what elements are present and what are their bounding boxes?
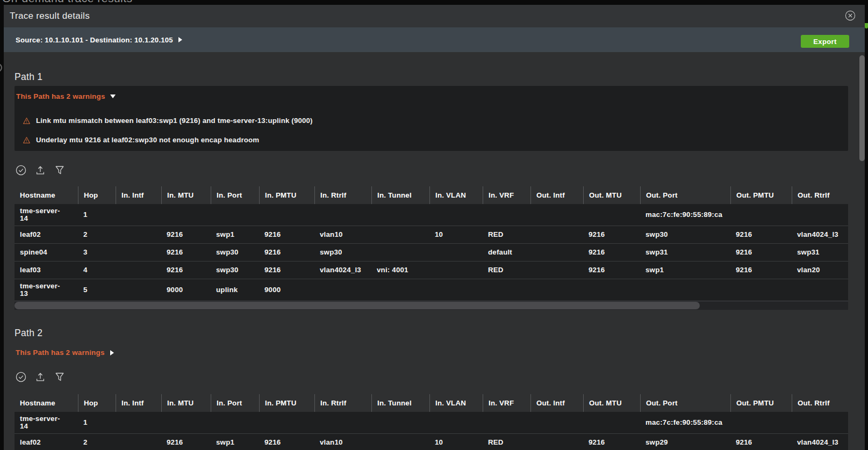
table-cell: swp1 (640, 262, 730, 279)
table-cell: vni: 4001 (371, 262, 429, 279)
table-cell: swp31 (640, 244, 730, 261)
background-partial-icon (0, 63, 2, 72)
column-header[interactable]: In. MTU (161, 186, 211, 204)
filter-icon[interactable] (54, 372, 65, 382)
table-cell (730, 412, 792, 433)
table-cell (116, 226, 161, 243)
column-header[interactable]: Out. MTU (583, 394, 640, 412)
column-header[interactable]: In. VRF (483, 394, 530, 412)
table-cell: vlan20 (792, 262, 848, 279)
table-cell (583, 204, 640, 226)
table-cell: 9216 (161, 262, 211, 279)
column-header[interactable]: Hop (78, 186, 116, 204)
table-row[interactable]: tme-server-1359000uplink9000 (15, 279, 848, 301)
table-cell: 9216 (583, 434, 640, 450)
table-cell: swp1 (211, 226, 259, 243)
collapse-caret-icon[interactable] (110, 95, 116, 98)
column-header[interactable]: In. RtrIf (314, 394, 371, 412)
table-cell: tme-server-14 (15, 204, 78, 226)
column-header[interactable]: In. RtrIf (314, 186, 371, 204)
table-cell: 1 (78, 204, 116, 226)
table-cell (730, 279, 792, 301)
table-cell (161, 412, 211, 433)
table-cell: leaf02 (15, 434, 78, 450)
table-cell (429, 412, 483, 433)
table-cell: vlan4024_l3 (792, 226, 848, 243)
table-cell (530, 412, 583, 433)
upload-icon[interactable] (35, 165, 46, 176)
table-cell: 9216 (583, 226, 640, 243)
table-row[interactable]: tme-server-141mac:7c:fe:90:55:89:ca (15, 412, 848, 433)
column-header[interactable]: Out. PMTU (730, 394, 792, 412)
column-header[interactable]: In. VLAN (429, 394, 483, 412)
export-button[interactable]: Export (801, 35, 849, 48)
column-header[interactable]: In. VLAN (429, 186, 483, 204)
expand-caret-icon[interactable] (178, 37, 182, 42)
column-header[interactable]: Hostname (15, 186, 78, 204)
table-cell (314, 204, 371, 226)
path2-warning-summary[interactable]: This Path has 2 warnings (16, 349, 114, 357)
upload-icon[interactable] (35, 372, 46, 382)
table-cell: 9216 (259, 226, 314, 243)
table-cell (116, 262, 161, 279)
table-cell: swp30 (211, 244, 259, 261)
path1-warning-panel: This Path has 2 warnings Link mtu mismat… (15, 86, 848, 151)
table-cell: swp30 (211, 262, 259, 279)
table-cell: mac:7c:fe:90:55:89:ca (640, 204, 730, 226)
column-header[interactable]: Out. Port (640, 394, 730, 412)
table-row[interactable]: leaf0229216swp19216vlan1010RED9216swp299… (15, 433, 848, 450)
column-header[interactable]: In. Port (211, 186, 259, 204)
column-header[interactable]: Out. Port (640, 186, 730, 204)
column-header[interactable]: In. MTU (161, 394, 211, 412)
column-header[interactable]: Out. PMTU (730, 186, 792, 204)
column-header[interactable]: In. VRF (483, 186, 530, 204)
column-header[interactable]: Hop (78, 394, 116, 412)
table-cell (429, 244, 483, 261)
table-cell: tme-server-14 (15, 412, 78, 433)
table-row[interactable]: leaf0229216swp19216vlan1010RED9216swp309… (15, 226, 848, 243)
column-header[interactable]: In. Tunnel (371, 186, 429, 204)
table-cell: vlan10 (314, 226, 371, 243)
horizontal-scrollbar-thumb[interactable] (15, 302, 700, 309)
path1-warning-summary[interactable]: This Path has 2 warnings (16, 92, 848, 100)
path2-toolbar (16, 372, 74, 382)
close-icon[interactable] (845, 10, 856, 21)
table-cell: 9216 (583, 262, 640, 279)
table-row[interactable]: tme-server-141mac:7c:fe:90:55:89:ca (15, 204, 848, 226)
table-cell: spine04 (15, 244, 78, 261)
column-header[interactable]: In. PMTU (259, 394, 314, 412)
column-header[interactable]: Out. Intf (530, 394, 583, 412)
table-cell (116, 204, 161, 226)
column-header[interactable]: Out. MTU (583, 186, 640, 204)
column-header[interactable]: Hostname (15, 394, 78, 412)
path2-title: Path 2 (15, 328, 42, 339)
filter-icon[interactable] (54, 165, 65, 176)
table-row[interactable]: leaf0349216swp309216vlan4024_l3vni: 4001… (15, 261, 848, 279)
table-cell: leaf03 (15, 262, 78, 279)
check-circle-icon[interactable] (16, 165, 26, 176)
column-header[interactable]: In. Tunnel (371, 394, 429, 412)
table-cell: swp31 (792, 244, 848, 261)
trace-summary-bar[interactable]: Source: 10.1.10.101 - Destination: 10.1.… (4, 27, 865, 52)
path2-table: HostnameHopIn. IntfIn. MTUIn. PortIn. PM… (15, 394, 848, 450)
table-cell (116, 244, 161, 261)
table-cell (371, 226, 429, 243)
check-circle-icon[interactable] (16, 372, 26, 382)
column-header[interactable]: In. PMTU (259, 186, 314, 204)
column-header[interactable]: Out. RtrIf (792, 186, 848, 204)
column-header[interactable]: In. Intf (116, 394, 161, 412)
column-header[interactable]: In. Port (211, 394, 259, 412)
column-header[interactable]: Out. Intf (530, 186, 583, 204)
background-page-title: On-demand trace results (2, 0, 133, 5)
table-row[interactable]: spine0439216swp309216swp30default9216swp… (15, 243, 848, 261)
table-cell (211, 412, 259, 433)
expand-caret-icon[interactable] (110, 350, 114, 355)
table-cell (792, 412, 848, 433)
table-cell: 10 (429, 434, 483, 450)
background-green-fragment (865, 23, 868, 28)
path1-title: Path 1 (15, 71, 42, 83)
vertical-scrollbar-thumb[interactable] (859, 55, 865, 161)
column-header[interactable]: In. Intf (116, 186, 161, 204)
column-header[interactable]: Out. RtrIf (792, 394, 848, 412)
horizontal-scrollbar[interactable] (15, 301, 848, 310)
